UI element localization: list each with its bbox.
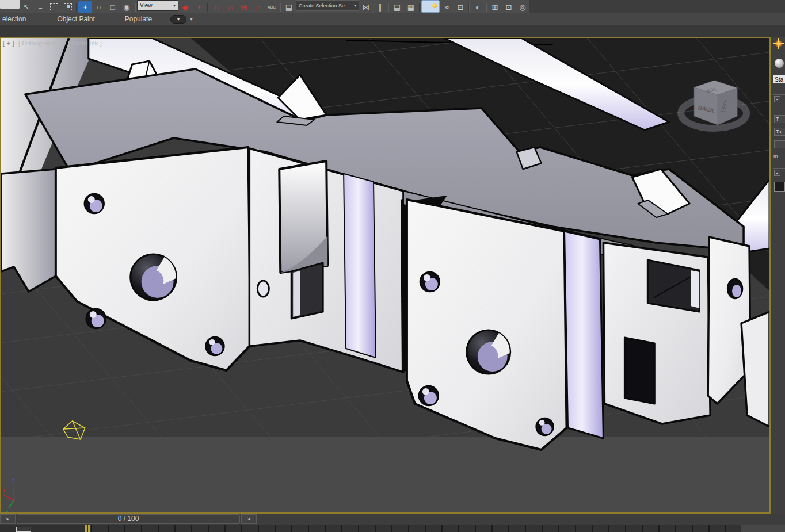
- toolbar-separator: [387, 2, 390, 13]
- percent-snap-button[interactable]: %: [237, 1, 251, 13]
- window-crossing-icon: [64, 3, 72, 10]
- toolbar-separator: [485, 2, 488, 13]
- parameter-field-1[interactable]: T: [774, 115, 785, 123]
- scale-icon: □: [110, 3, 115, 11]
- time-slider[interactable]: 0 / 100: [17, 514, 240, 524]
- mirror-icon: ⋈: [363, 3, 370, 11]
- render-setup-icon: ⊞: [492, 3, 498, 11]
- snap-toggle-3d-button[interactable]: ∩: [209, 1, 223, 13]
- toolbar-separator: [206, 2, 209, 13]
- next-frame-button[interactable]: >: [241, 514, 257, 524]
- select-by-name-button[interactable]: ≡: [33, 1, 47, 13]
- main-toolbar: ↖ ≡ + ○ □ ◉ View ▾ ◆ + ∩ ∩ % ∩ ABC ▤ Cre…: [0, 0, 785, 13]
- rollout-collapse-button[interactable]: -: [774, 170, 780, 176]
- axis-y-label: y: [6, 509, 9, 512]
- select-and-place-button[interactable]: +: [192, 1, 206, 13]
- viewport[interactable]: [ + ] [ Orthographic ] [ Color Ink ]: [0, 37, 771, 514]
- toolbar-separator: [134, 2, 137, 13]
- ribbon-minimize-button[interactable]: ▾: [170, 15, 186, 24]
- parameter-label-m: m: [773, 154, 778, 159]
- rect-region-icon: [50, 3, 58, 10]
- use-pivot-point-center-button[interactable]: ◆: [178, 1, 192, 13]
- track-bar[interactable]: ~: [0, 525, 785, 532]
- select-object-button[interactable]: ↖: [20, 1, 33, 13]
- schematic-view-icon: ⊟: [458, 3, 464, 11]
- axis-x-label: x: [2, 488, 5, 493]
- magnet-angle-icon: ∩: [227, 3, 233, 11]
- window-crossing-button[interactable]: [61, 1, 75, 13]
- scene-explorer-icon: ▦: [407, 3, 414, 11]
- reference-coordinate-label: View: [140, 2, 153, 9]
- curve-editor-button[interactable]: ≈: [440, 1, 454, 13]
- select-and-move-button[interactable]: +: [78, 1, 92, 13]
- time-slider-bar: < 0 / 100 >: [0, 514, 785, 525]
- material-sphere-icon[interactable]: [775, 59, 784, 68]
- reference-coordinate-combo[interactable]: View ▾: [137, 0, 178, 11]
- scene-explorer-button[interactable]: ▦: [404, 1, 418, 13]
- render-production-button[interactable]: ◎: [516, 1, 529, 13]
- rotate-icon: ○: [97, 3, 101, 11]
- rendered-frame-window-button[interactable]: ⊡: [502, 1, 516, 13]
- tab-object-paint[interactable]: Object Paint: [55, 13, 97, 25]
- tab-selection[interactable]: election: [0, 13, 28, 25]
- layers-icon: ▤: [394, 3, 401, 11]
- material-type-field[interactable]: Sta: [773, 75, 785, 83]
- select-cursor-icon: ↖: [24, 3, 30, 11]
- current-frame-indicator[interactable]: [85, 525, 90, 532]
- spinner-snap-button[interactable]: ∩: [251, 1, 265, 13]
- angle-snap-button[interactable]: ∩: [223, 1, 237, 13]
- viewport-shading-menu[interactable]: [ Color Ink ]: [68, 40, 102, 47]
- mini-curve-editor-button[interactable]: ~: [16, 527, 31, 532]
- flyout-partial-button[interactable]: [0, 0, 20, 9]
- rendered-frame-icon: ⊡: [506, 3, 512, 11]
- manipulate-icon: ◉: [123, 3, 129, 11]
- align-icon: ∥: [378, 3, 382, 11]
- pivot-center-icon: ◆: [182, 3, 188, 11]
- parameter-field-3[interactable]: [774, 140, 785, 148]
- select-and-manipulate-button[interactable]: ◉: [120, 1, 134, 13]
- toolbar-separator: [279, 2, 282, 13]
- layer-manager-button[interactable]: ▤: [390, 1, 404, 13]
- keyboard-override-button[interactable]: ABC: [265, 1, 279, 13]
- starburst-icon[interactable]: [774, 39, 783, 48]
- chevron-down-icon: ▾: [354, 3, 356, 8]
- color-swatch[interactable]: [774, 182, 785, 192]
- rect-selection-region-button[interactable]: [47, 1, 61, 13]
- track-bar-ticks[interactable]: [91, 525, 741, 532]
- ribbon-collapsed-strip: [0, 25, 785, 37]
- align-button[interactable]: ∥: [373, 1, 387, 13]
- keyboard-override-icon: ABC: [268, 5, 276, 9]
- render-setup-button[interactable]: ⊞: [488, 1, 502, 13]
- axis-z-label: z: [12, 477, 15, 483]
- toolbar-separator: [467, 2, 471, 13]
- named-selection-combo[interactable]: Create Selection Se ▾: [296, 0, 359, 11]
- parameter-field-2[interactable]: Ta: [774, 128, 785, 136]
- magnet-spinner-icon: ∩: [255, 3, 260, 11]
- mirror-button[interactable]: ⋈: [359, 1, 373, 13]
- select-place-icon: +: [197, 3, 201, 11]
- ribbon-toggle-button[interactable]: [421, 0, 440, 13]
- track-bar-left-zone: [0, 525, 84, 532]
- rollout-collapse-button[interactable]: -: [774, 96, 780, 102]
- schematic-view-button[interactable]: ⊟: [454, 1, 467, 13]
- ribbon-tab-bar: election Object Paint Populate ▾ ▾: [0, 13, 785, 25]
- render-teapot-icon: ◎: [519, 3, 525, 11]
- named-selection-label: Create Selection Se: [299, 3, 345, 9]
- select-and-scale-button[interactable]: □: [106, 1, 120, 13]
- previous-frame-button[interactable]: <: [0, 514, 16, 524]
- magnet-3d-icon: ∩: [214, 3, 219, 11]
- named-sets-icon: ▤: [285, 3, 292, 11]
- ribbon-options-caret[interactable]: ▾: [190, 16, 193, 22]
- tab-populate[interactable]: Populate: [123, 13, 154, 25]
- viewport-pov-menu[interactable]: [ Orthographic ]: [18, 40, 64, 47]
- viewport-canvas[interactable]: TOP BACK LEFT z x y: [1, 38, 769, 512]
- select-and-rotate-button[interactable]: ○: [92, 1, 106, 13]
- viewport-general-menu[interactable]: [ + ]: [3, 40, 14, 47]
- edit-named-selection-sets-button[interactable]: ▤: [282, 1, 296, 13]
- panel-tab-divider: [771, 52, 785, 52]
- material-editor-button[interactable]: ◐: [471, 1, 485, 13]
- toolbar-empty-area: [529, 0, 785, 13]
- curve-editor-icon: ≈: [444, 3, 448, 11]
- material-editor-icon: ◐: [475, 3, 480, 11]
- move-icon: +: [83, 3, 87, 11]
